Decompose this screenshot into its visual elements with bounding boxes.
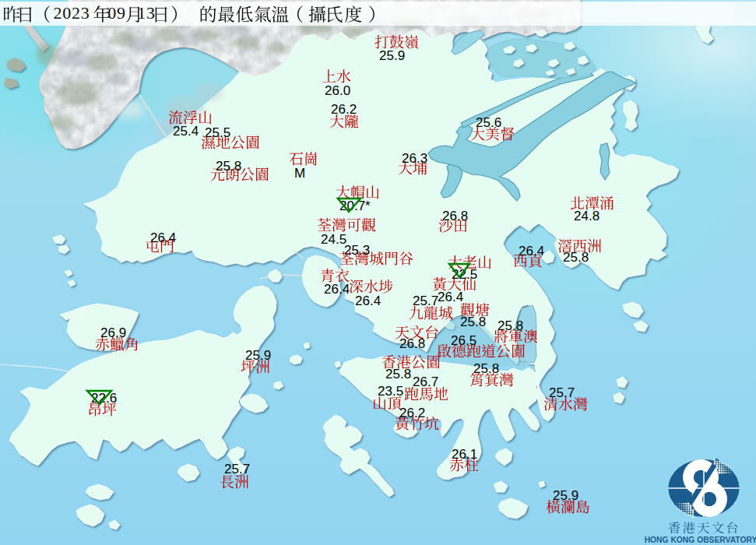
svg-text:25.5: 25.5 <box>205 125 230 140</box>
svg-text:25.8: 25.8 <box>473 361 499 376</box>
svg-text:25.8: 25.8 <box>498 318 523 333</box>
svg-text:24.5: 24.5 <box>321 232 346 247</box>
svg-text:25.7: 25.7 <box>224 462 250 476</box>
svg-text:26.3: 26.3 <box>402 151 427 166</box>
svg-text:26.2: 26.2 <box>399 406 425 420</box>
svg-text:24.8: 24.8 <box>574 209 600 223</box>
svg-text:M: M <box>294 166 305 181</box>
svg-text:25.3: 25.3 <box>344 243 370 258</box>
svg-text:25.9: 25.9 <box>379 48 405 63</box>
svg-text:HONG KONG OBSERVATORY: HONG KONG OBSERVATORY <box>645 536 756 544</box>
svg-text:25.4: 25.4 <box>173 124 199 139</box>
svg-text:25.6: 25.6 <box>476 115 501 130</box>
svg-text:26.5: 26.5 <box>451 333 476 348</box>
svg-text:26.8: 26.8 <box>399 336 425 351</box>
svg-text:26.7: 26.7 <box>413 374 438 389</box>
svg-text:26.4: 26.4 <box>519 244 544 258</box>
svg-text:25.8: 25.8 <box>460 315 486 329</box>
svg-text:26.0: 26.0 <box>325 83 350 98</box>
svg-text:26.4: 26.4 <box>438 290 463 304</box>
svg-text:26.8: 26.8 <box>442 209 468 223</box>
svg-text:26.9: 26.9 <box>100 325 126 340</box>
svg-text:13: 13 <box>137 3 156 23</box>
svg-text:25.8: 25.8 <box>385 367 411 382</box>
svg-text:09: 09 <box>107 3 126 23</box>
svg-text:26.1: 26.1 <box>452 447 477 462</box>
svg-text:26.4: 26.4 <box>324 282 350 297</box>
svg-text:26.2: 26.2 <box>331 102 357 117</box>
svg-text:25.9: 25.9 <box>245 348 271 363</box>
svg-text:23.5: 23.5 <box>378 384 403 399</box>
svg-text:25.9: 25.9 <box>553 488 578 503</box>
svg-text:2023: 2023 <box>53 3 90 23</box>
svg-text:25.7: 25.7 <box>413 294 438 308</box>
svg-text:26.4: 26.4 <box>150 230 176 245</box>
svg-text:25.8: 25.8 <box>216 159 241 174</box>
svg-text:26.4: 26.4 <box>355 294 381 308</box>
svg-text:25.7: 25.7 <box>549 385 575 400</box>
svg-text:25.8: 25.8 <box>563 250 589 265</box>
